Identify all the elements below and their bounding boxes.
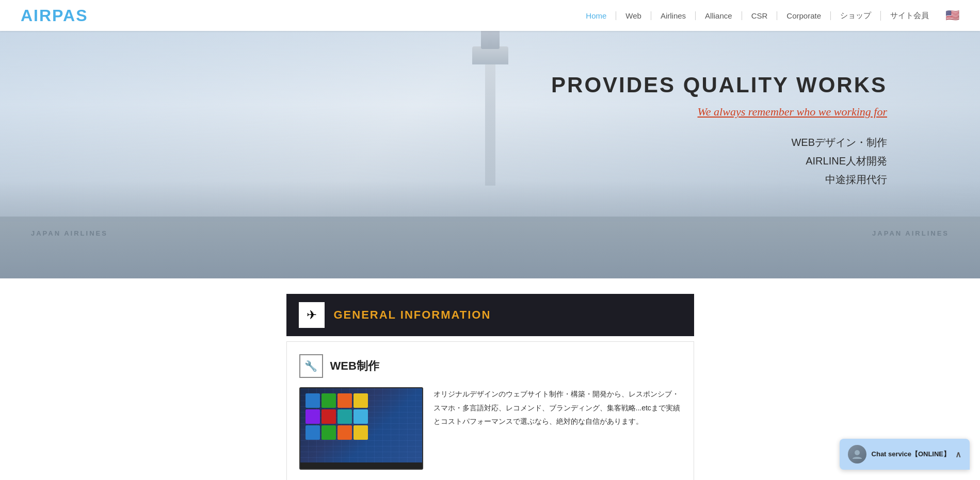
tile-8 — [354, 409, 368, 424]
web-section-header: 🔧 WEB制作 — [299, 354, 681, 378]
app-tiles — [306, 393, 368, 440]
nav-shop[interactable]: ショップ — [831, 11, 881, 21]
tower-silhouette — [485, 62, 495, 186]
site-header: AIRPAS Home Web Airlines Alliance CSR Co… — [0, 0, 980, 31]
svg-point-0 — [855, 450, 860, 455]
tile-4 — [354, 393, 368, 408]
chat-avatar — [848, 445, 866, 464]
plane-icon: ✈ — [307, 308, 317, 322]
nav-corporate[interactable]: Corporate — [777, 11, 831, 20]
laptop-image — [299, 387, 423, 470]
tile-6 — [322, 409, 336, 424]
hero-title: PROVIDES QUALITY WORKS — [551, 72, 887, 98]
hero-content: PROVIDES QUALITY WORKS We always remembe… — [551, 72, 887, 189]
chat-close-icon[interactable]: ∧ — [955, 450, 961, 459]
tile-9 — [306, 425, 320, 440]
hero-service-3: 中途採用代行 — [551, 170, 887, 189]
hero-service-1: WEBデザイン・制作 — [551, 133, 887, 152]
wrench-icon: 🔧 — [304, 360, 317, 372]
web-content-layout: オリジナルデザインのウェブサイト制作・構築・開発から、レスポンシブ・スマホ・多言… — [299, 387, 681, 470]
gi-icon-box: ✈ — [299, 302, 325, 328]
web-section-title: WEB制作 — [330, 358, 379, 374]
tile-5 — [306, 409, 320, 424]
nav-web[interactable]: Web — [616, 11, 651, 20]
tile-11 — [338, 425, 352, 440]
hero-services: WEBデザイン・制作 AIRLINE人材開発 中途採用代行 — [551, 133, 887, 189]
web-description: オリジナルデザインのウェブサイト制作・構築・開発から、レスポンシブ・スマホ・多言… — [433, 387, 681, 470]
runway-area — [0, 217, 980, 278]
web-icon-box: 🔧 — [299, 354, 323, 378]
chat-widget[interactable]: Chat service【ONLINE】 ∧ — [840, 439, 970, 470]
airline-label-right: JAPAN AIRLINES — [872, 229, 949, 237]
content-card: 🔧 WEB制作 オリジナルデザインのウェブサイト制作・構築・開発か — [286, 341, 694, 480]
tile-12 — [354, 425, 368, 440]
tile-7 — [338, 409, 352, 424]
tile-3 — [338, 393, 352, 408]
tile-2 — [322, 393, 336, 408]
nav-home[interactable]: Home — [576, 11, 616, 20]
hero-subtitle: We always remember who we working for — [551, 105, 887, 119]
chat-label: Chat service【ONLINE】 — [872, 450, 950, 459]
hero-service-2: AIRLINE人材開発 — [551, 152, 887, 170]
language-flag[interactable]: 🇺🇸 — [945, 9, 959, 22]
nav-csr[interactable]: CSR — [742, 11, 778, 20]
general-info-title: GENERAL INFORMATION — [334, 308, 491, 322]
general-info-bar: ✈ GENERAL INFORMATION — [286, 294, 694, 336]
main-nav: Home Web Airlines Alliance CSR Corporate… — [576, 9, 959, 22]
hero-section: JAPAN AIRLINES JAPAN AIRLINES PROVIDES Q… — [0, 31, 980, 278]
nav-member[interactable]: サイト会員 — [881, 11, 938, 21]
tile-10 — [322, 425, 336, 440]
airline-label-left: JAPAN AIRLINES — [31, 229, 108, 237]
site-logo[interactable]: AIRPAS — [21, 6, 88, 25]
tile-1 — [306, 393, 320, 408]
nav-alliance[interactable]: Alliance — [696, 11, 742, 20]
nav-airlines[interactable]: Airlines — [651, 11, 696, 20]
